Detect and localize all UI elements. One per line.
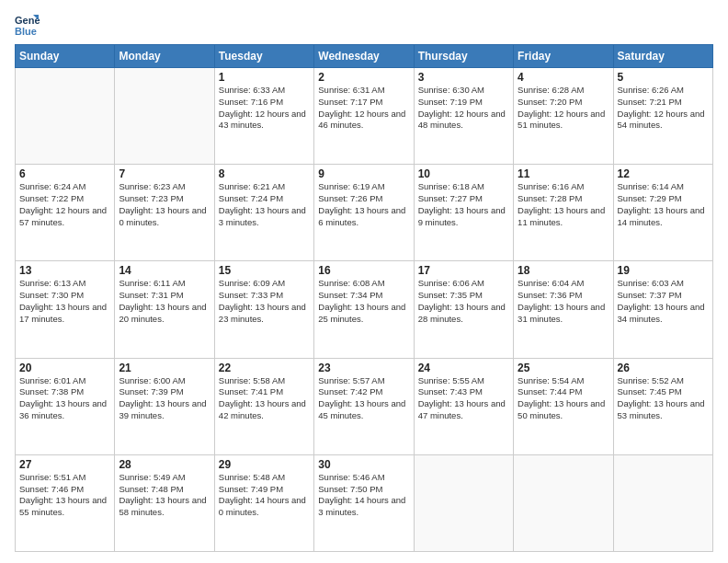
day-number: 7 xyxy=(119,167,210,180)
day-number: 30 xyxy=(318,458,409,471)
day-info: Sunrise: 6:31 AM Sunset: 7:17 PM Dayligh… xyxy=(318,85,409,132)
calendar-cell: 30Sunrise: 5:46 AM Sunset: 7:50 PM Dayli… xyxy=(314,454,414,551)
calendar-cell xyxy=(115,68,214,165)
day-info: Sunrise: 6:04 AM Sunset: 7:36 PM Dayligh… xyxy=(518,278,609,325)
day-info: Sunrise: 5:52 AM Sunset: 7:45 PM Dayligh… xyxy=(618,375,709,422)
day-number: 18 xyxy=(518,264,609,277)
day-info: Sunrise: 5:48 AM Sunset: 7:49 PM Dayligh… xyxy=(219,472,310,519)
day-number: 27 xyxy=(19,458,110,471)
calendar-cell: 1Sunrise: 6:33 AM Sunset: 7:16 PM Daylig… xyxy=(214,68,313,165)
svg-text:Blue: Blue xyxy=(15,26,37,37)
logo-icon: General Blue xyxy=(15,11,40,37)
calendar-cell: 24Sunrise: 5:55 AM Sunset: 7:43 PM Dayli… xyxy=(414,358,513,454)
calendar-cell: 25Sunrise: 5:54 AM Sunset: 7:44 PM Dayli… xyxy=(514,358,613,454)
day-info: Sunrise: 6:19 AM Sunset: 7:26 PM Dayligh… xyxy=(318,181,409,228)
logo: General Blue xyxy=(15,11,44,37)
weekday-header-tuesday: Tuesday xyxy=(214,45,313,68)
day-number: 11 xyxy=(518,167,609,180)
calendar-cell: 19Sunrise: 6:03 AM Sunset: 7:37 PM Dayli… xyxy=(613,261,712,358)
day-number: 9 xyxy=(318,167,409,180)
calendar-cell: 7Sunrise: 6:23 AM Sunset: 7:23 PM Daylig… xyxy=(115,165,214,261)
day-info: Sunrise: 6:00 AM Sunset: 7:39 PM Dayligh… xyxy=(119,375,210,422)
calendar-cell: 16Sunrise: 6:08 AM Sunset: 7:34 PM Dayli… xyxy=(314,261,414,358)
day-number: 29 xyxy=(219,458,310,471)
calendar-cell: 3Sunrise: 6:30 AM Sunset: 7:19 PM Daylig… xyxy=(414,68,513,165)
calendar-cell: 18Sunrise: 6:04 AM Sunset: 7:36 PM Dayli… xyxy=(514,261,613,358)
calendar-cell: 14Sunrise: 6:11 AM Sunset: 7:31 PM Dayli… xyxy=(115,261,214,358)
day-number: 1 xyxy=(219,71,310,84)
weekday-header-monday: Monday xyxy=(115,45,214,68)
day-number: 16 xyxy=(318,264,409,277)
page-header: General Blue xyxy=(15,11,713,37)
day-number: 21 xyxy=(119,362,210,374)
day-info: Sunrise: 5:46 AM Sunset: 7:50 PM Dayligh… xyxy=(318,472,409,519)
calendar-cell: 12Sunrise: 6:14 AM Sunset: 7:29 PM Dayli… xyxy=(613,165,712,261)
day-info: Sunrise: 6:21 AM Sunset: 7:24 PM Dayligh… xyxy=(219,181,310,228)
day-number: 6 xyxy=(19,167,110,180)
day-info: Sunrise: 6:08 AM Sunset: 7:34 PM Dayligh… xyxy=(318,278,409,325)
calendar-cell xyxy=(514,454,613,551)
calendar-cell: 29Sunrise: 5:48 AM Sunset: 7:49 PM Dayli… xyxy=(214,454,313,551)
calendar-cell: 6Sunrise: 6:24 AM Sunset: 7:22 PM Daylig… xyxy=(16,165,115,261)
calendar-cell xyxy=(16,68,115,165)
day-info: Sunrise: 6:13 AM Sunset: 7:30 PM Dayligh… xyxy=(19,278,110,325)
calendar-cell xyxy=(414,454,513,551)
calendar-cell: 8Sunrise: 6:21 AM Sunset: 7:24 PM Daylig… xyxy=(214,165,313,261)
day-number: 26 xyxy=(618,362,709,374)
calendar-cell: 20Sunrise: 6:01 AM Sunset: 7:38 PM Dayli… xyxy=(16,358,115,454)
day-info: Sunrise: 6:23 AM Sunset: 7:23 PM Dayligh… xyxy=(119,181,210,228)
day-info: Sunrise: 6:16 AM Sunset: 7:28 PM Dayligh… xyxy=(518,181,609,228)
day-number: 3 xyxy=(418,71,509,84)
calendar-cell: 26Sunrise: 5:52 AM Sunset: 7:45 PM Dayli… xyxy=(613,358,712,454)
day-info: Sunrise: 6:28 AM Sunset: 7:20 PM Dayligh… xyxy=(518,85,609,132)
calendar-cell: 5Sunrise: 6:26 AM Sunset: 7:21 PM Daylig… xyxy=(613,68,712,165)
calendar-cell xyxy=(613,454,712,551)
calendar-cell: 17Sunrise: 6:06 AM Sunset: 7:35 PM Dayli… xyxy=(414,261,513,358)
calendar-cell: 2Sunrise: 6:31 AM Sunset: 7:17 PM Daylig… xyxy=(314,68,414,165)
day-number: 4 xyxy=(518,71,609,84)
day-info: Sunrise: 6:09 AM Sunset: 7:33 PM Dayligh… xyxy=(219,278,310,325)
calendar-cell: 21Sunrise: 6:00 AM Sunset: 7:39 PM Dayli… xyxy=(115,358,214,454)
week-row-5: 27Sunrise: 5:51 AM Sunset: 7:46 PM Dayli… xyxy=(16,454,713,551)
day-number: 10 xyxy=(418,167,509,180)
day-number: 8 xyxy=(219,167,310,180)
day-number: 17 xyxy=(418,264,509,277)
day-info: Sunrise: 6:03 AM Sunset: 7:37 PM Dayligh… xyxy=(618,278,709,325)
week-row-1: 1Sunrise: 6:33 AM Sunset: 7:16 PM Daylig… xyxy=(16,68,713,165)
calendar-cell: 11Sunrise: 6:16 AM Sunset: 7:28 PM Dayli… xyxy=(514,165,613,261)
weekday-header-wednesday: Wednesday xyxy=(314,45,414,68)
day-number: 28 xyxy=(119,458,210,471)
day-info: Sunrise: 5:49 AM Sunset: 7:48 PM Dayligh… xyxy=(119,472,210,519)
day-number: 5 xyxy=(618,71,709,84)
day-number: 14 xyxy=(119,264,210,277)
calendar-cell: 13Sunrise: 6:13 AM Sunset: 7:30 PM Dayli… xyxy=(16,261,115,358)
day-info: Sunrise: 5:55 AM Sunset: 7:43 PM Dayligh… xyxy=(418,375,509,422)
calendar-cell: 27Sunrise: 5:51 AM Sunset: 7:46 PM Dayli… xyxy=(16,454,115,551)
day-number: 20 xyxy=(19,362,110,374)
day-number: 23 xyxy=(318,362,409,374)
day-info: Sunrise: 6:33 AM Sunset: 7:16 PM Dayligh… xyxy=(219,85,310,132)
calendar-cell: 4Sunrise: 6:28 AM Sunset: 7:20 PM Daylig… xyxy=(514,68,613,165)
day-info: Sunrise: 5:51 AM Sunset: 7:46 PM Dayligh… xyxy=(19,472,110,519)
day-number: 12 xyxy=(618,167,709,180)
calendar-cell: 9Sunrise: 6:19 AM Sunset: 7:26 PM Daylig… xyxy=(314,165,414,261)
day-info: Sunrise: 5:54 AM Sunset: 7:44 PM Dayligh… xyxy=(518,375,609,422)
calendar-cell: 15Sunrise: 6:09 AM Sunset: 7:33 PM Dayli… xyxy=(214,261,313,358)
week-row-2: 6Sunrise: 6:24 AM Sunset: 7:22 PM Daylig… xyxy=(16,165,713,261)
day-info: Sunrise: 6:18 AM Sunset: 7:27 PM Dayligh… xyxy=(418,181,509,228)
weekday-header-friday: Friday xyxy=(514,45,613,68)
day-number: 19 xyxy=(618,264,709,277)
weekday-header-thursday: Thursday xyxy=(414,45,513,68)
day-number: 15 xyxy=(219,264,310,277)
calendar-cell: 23Sunrise: 5:57 AM Sunset: 7:42 PM Dayli… xyxy=(314,358,414,454)
calendar-cell: 10Sunrise: 6:18 AM Sunset: 7:27 PM Dayli… xyxy=(414,165,513,261)
day-info: Sunrise: 6:06 AM Sunset: 7:35 PM Dayligh… xyxy=(418,278,509,325)
day-info: Sunrise: 6:30 AM Sunset: 7:19 PM Dayligh… xyxy=(418,85,509,132)
day-number: 22 xyxy=(219,362,310,374)
weekday-header-sunday: Sunday xyxy=(16,45,115,68)
day-info: Sunrise: 6:01 AM Sunset: 7:38 PM Dayligh… xyxy=(19,375,110,422)
day-info: Sunrise: 6:11 AM Sunset: 7:31 PM Dayligh… xyxy=(119,278,210,325)
day-info: Sunrise: 5:57 AM Sunset: 7:42 PM Dayligh… xyxy=(318,375,409,422)
day-info: Sunrise: 6:24 AM Sunset: 7:22 PM Dayligh… xyxy=(19,181,110,228)
day-info: Sunrise: 5:58 AM Sunset: 7:41 PM Dayligh… xyxy=(219,375,310,422)
